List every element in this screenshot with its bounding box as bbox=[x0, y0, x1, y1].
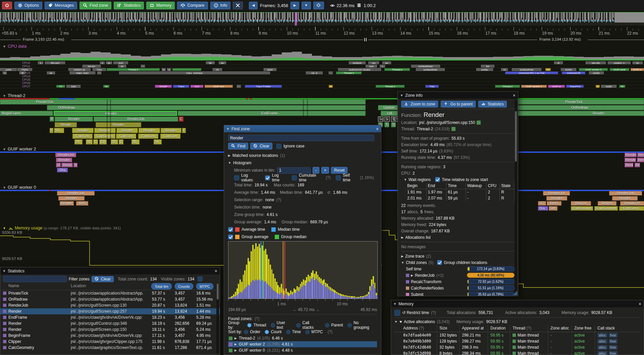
callstack-chip-free[interactable]: free bbox=[609, 351, 618, 355]
zone-renf[interactable]: RenF bbox=[625, 163, 633, 167]
col-total-time[interactable]: Total tim bbox=[151, 283, 172, 290]
statistics-titlebar[interactable]: ▼ Statistics × bbox=[0, 267, 220, 274]
cpu-zone-chip[interactable]: tracy_sysn bbox=[70, 72, 95, 74]
histogram-section[interactable]: ▼ Histogram bbox=[228, 159, 377, 167]
cpu-zone-chip[interactable]: system se bbox=[68, 68, 91, 71]
cpu-zone-chip[interactable]: Tracy Profiler bbox=[245, 85, 282, 88]
stats-row[interactable]: BeginFramejni/../jni/src/claw/gfx/drv/vk… bbox=[0, 332, 220, 339]
zone-rencer[interactable]: Rencer bbox=[571, 201, 591, 206]
memory-titlebar[interactable]: ▼ Memory × bbox=[391, 300, 644, 307]
cpu-zone-chip[interactable]: rot_d bbox=[306, 72, 323, 74]
cpu-zone-chip[interactable]: GUIF-w bbox=[631, 68, 644, 71]
cpu-zone-chip[interactable]: Thread-2 bbox=[495, 85, 520, 88]
source-color-swatch[interactable] bbox=[477, 121, 481, 125]
stats-row[interactable]: Renderjni/../jni/src/guif/Control.cpp:34… bbox=[0, 320, 220, 326]
found-zone-group[interactable]: ▶GUIF worker 2(3,296)4.61 s bbox=[228, 341, 377, 347]
matched-source-locations[interactable]: ▶ Matched source locations (1) bbox=[228, 152, 377, 159]
cpu-zone-chip[interactable]: aud bbox=[366, 65, 377, 68]
close-icon[interactable]: × bbox=[513, 93, 516, 98]
zone-call[interactable]: call bbox=[381, 111, 398, 116]
find-zone-histogram[interactable] bbox=[228, 241, 378, 299]
zone-render-r[interactable]: Render R bbox=[620, 201, 644, 206]
cpu-zone-chip[interactable]: TracyProf bbox=[566, 85, 584, 88]
zone-info-scrollbar[interactable] bbox=[515, 100, 517, 295]
col-mtpc[interactable]: MTPC bbox=[196, 283, 213, 290]
cpu-zone-chip[interactable]: GUIF-w bbox=[548, 85, 565, 88]
zone-rend[interactable]: Rend bbox=[61, 163, 73, 167]
power-button[interactable] bbox=[2, 2, 12, 9]
thread-color-swatch[interactable] bbox=[451, 127, 455, 131]
zone-calcgeomet[interactable]: CalcGeomet bbox=[594, 206, 618, 211]
cpu-zone-chip[interactable]: st bbox=[554, 61, 563, 64]
statistics-button[interactable]: Statistics bbox=[114, 2, 144, 9]
zone-16[interactable]: 16 bbox=[86, 139, 93, 144]
zone-calcgeo[interactable]: CalcGeo bbox=[138, 134, 158, 139]
child-zone-row[interactable]: RecalcTransform72.92 µs (1.62%) bbox=[401, 278, 515, 285]
cpu-zone-chip[interactable]: se bbox=[47, 72, 55, 74]
cpu-zone-chip[interactable]: Thread-2 bbox=[376, 85, 405, 88]
zone-update[interactable]: Update bbox=[378, 105, 400, 110]
zone-f[interactable]: F bbox=[182, 128, 186, 133]
info-button[interactable]: Info bbox=[210, 2, 231, 9]
zone-24[interactable]: 24 bbox=[74, 139, 83, 144]
zone-sc[interactable]: Sc bbox=[378, 117, 383, 122]
cpu-zone-chip[interactable]: Thread-2 bbox=[336, 72, 362, 74]
zone-rend[interactable]: Rend bbox=[637, 153, 644, 157]
tools-button[interactable] bbox=[233, 2, 243, 9]
zone-render[interactable]: Render bbox=[55, 117, 93, 122]
zone-calcgeo[interactable]: CalcGeo bbox=[72, 134, 93, 139]
legend-checkbox[interactable] bbox=[228, 227, 233, 232]
zone-render[interactable]: Render bbox=[72, 128, 94, 133]
zone-trace-section[interactable]: ▶ Zone trace (2) bbox=[401, 253, 515, 259]
stats-extra-checkbox[interactable] bbox=[198, 276, 203, 281]
cpu-zone-chip[interactable]: - bbox=[329, 72, 333, 74]
cpu-zone-chip[interactable]: kv bbox=[633, 61, 643, 64]
cpu-zone-chip[interactable]: ~ bbox=[237, 85, 241, 88]
zone--17[interactable]: -17 bbox=[538, 201, 546, 206]
cpu-zone-chip[interactable]: s bbox=[380, 65, 385, 68]
cpu-zone-chip[interactable]: @s surf bbox=[45, 61, 65, 64]
zone-c[interactable]: C bbox=[179, 117, 183, 122]
cpu-zone-chip[interactable]: kwol bbox=[264, 68, 276, 71]
cpu-zone-chip[interactable]: Trac bbox=[425, 85, 439, 88]
zone-info-titlebar[interactable]: ▼ Zone info × bbox=[398, 92, 518, 99]
radio-group-parent[interactable] bbox=[325, 323, 329, 327]
close-icon[interactable]: × bbox=[376, 127, 379, 131]
time-ruler-ticks[interactable] bbox=[0, 26, 644, 31]
cpu-zone-chip[interactable]: Th bbox=[56, 85, 65, 88]
zone-c[interactable]: C bbox=[93, 139, 98, 144]
cpu-zone-chip[interactable]: surfacefinge bbox=[416, 68, 445, 71]
allocations-list[interactable]: ▶ Allocations list bbox=[401, 234, 515, 240]
col-name[interactable]: Name bbox=[8, 283, 19, 289]
zone-render[interactable]: Render bbox=[60, 201, 74, 206]
zone-s[interactable]: S bbox=[391, 117, 394, 122]
go-to-parent-button[interactable]: Go to parent bbox=[441, 101, 476, 107]
radio-group-thread[interactable] bbox=[247, 323, 252, 327]
radio-group-call-stacks[interactable] bbox=[296, 323, 301, 327]
zone-beginframe[interactable]: BeginFrame bbox=[0, 111, 53, 116]
cpu-zone-chip[interactable]: Tracy bbox=[173, 85, 189, 88]
restrict-time-checkbox[interactable] bbox=[394, 310, 400, 316]
zone-calcgeo[interactable]: CalcGeo bbox=[160, 134, 180, 139]
cpu-zone-chip[interactable]: au bbox=[219, 61, 226, 64]
zone-si[interactable]: Si bbox=[384, 117, 390, 122]
zone-render[interactable]: Render bbox=[612, 196, 638, 201]
callstack-chip-alloc[interactable]: alloc bbox=[597, 345, 607, 350]
cpu-zone-chip[interactable]: surfacefinger bbox=[411, 65, 440, 68]
cpu-zone-chip[interactable]: ro bbox=[501, 68, 508, 71]
thread-header-guif-worker-2[interactable]: ▼GUIF worker 2 bbox=[3, 146, 36, 151]
zone-t-[interactable]: T| bbox=[391, 122, 396, 127]
close-icon[interactable]: × bbox=[215, 269, 217, 273]
cpu-zone-chip[interactable]: kw bbox=[481, 65, 494, 68]
find-zone-titlebar[interactable]: ▼ Find zone × bbox=[224, 125, 381, 132]
axis-span[interactable]: ← 45.72 ms → bbox=[293, 307, 320, 312]
zone-18-[interactable]: 18. bbox=[54, 128, 64, 133]
cpu-zone-chip[interactable]: GUIF-work bbox=[610, 68, 629, 71]
zone-c8[interactable]: C8 bbox=[99, 139, 107, 144]
find-zone-button[interactable]: Find zone bbox=[79, 2, 111, 9]
zone-render[interactable]: Render bbox=[625, 158, 636, 162]
col-location[interactable]: Location bbox=[71, 283, 86, 289]
callstack-chip-alloc[interactable]: alloc bbox=[597, 339, 607, 344]
cpu-zone-chip[interactable]: a bbox=[329, 85, 333, 88]
cpu-zone-chip[interactable]: Pst2g bbox=[17, 68, 32, 71]
